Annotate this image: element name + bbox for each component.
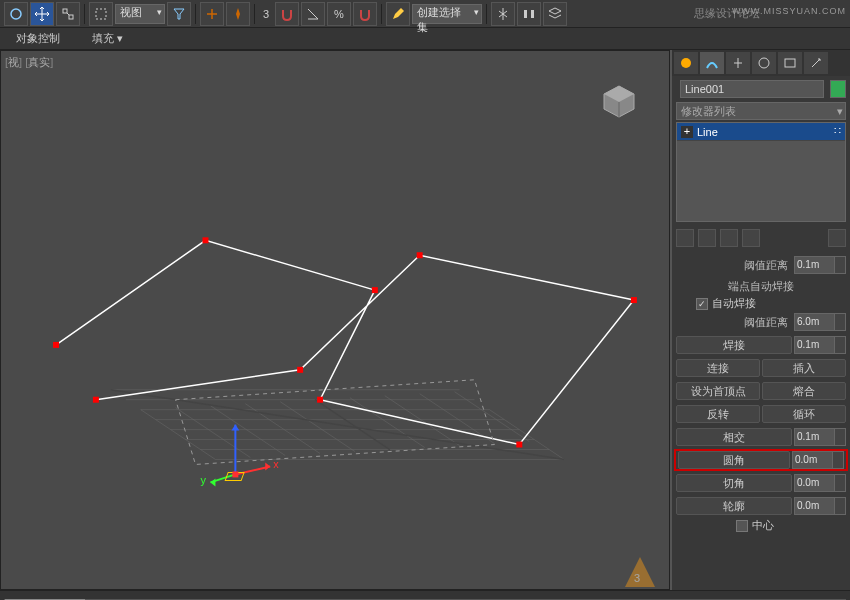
- panel-tabs: [672, 50, 850, 76]
- snap-angle-icon[interactable]: [301, 2, 325, 26]
- tool-nav-icon[interactable]: [226, 2, 250, 26]
- svg-text:3: 3: [634, 572, 640, 584]
- svg-rect-51: [232, 471, 238, 477]
- svg-rect-7: [524, 10, 527, 18]
- threshold-spinner[interactable]: 0.1m: [794, 256, 846, 274]
- svg-point-52: [681, 58, 691, 68]
- url-watermark: WWW.MISSYUAN.COM: [732, 6, 846, 16]
- fillet-spinner[interactable]: 0.0m: [792, 451, 844, 469]
- unique-icon[interactable]: [720, 229, 738, 247]
- svg-rect-39: [417, 252, 423, 258]
- connect-button[interactable]: 连接: [676, 359, 760, 377]
- svg-line-22: [210, 406, 285, 456]
- svg-text:x: x: [273, 458, 279, 470]
- configure-icon[interactable]: [828, 229, 846, 247]
- snap-magnet1-icon[interactable]: [275, 2, 299, 26]
- tool-axis-icon[interactable]: [200, 2, 224, 26]
- svg-rect-8: [531, 10, 534, 18]
- auto-weld-spinner[interactable]: 6.0m: [794, 313, 846, 331]
- svg-line-21: [176, 408, 251, 458]
- scene-content: x y: [1, 51, 669, 589]
- svg-rect-56: [785, 59, 795, 67]
- svg-rect-38: [631, 297, 637, 303]
- logo-icon: 3: [620, 552, 660, 592]
- object-name-field[interactable]: Line001: [680, 80, 824, 98]
- outline-button[interactable]: 轮廓: [676, 497, 792, 515]
- tab-fill[interactable]: 填充 ▾: [84, 29, 131, 48]
- stack-item-line[interactable]: + Line ∷: [677, 123, 845, 141]
- properties-rollout: 阈值距离 0.1m 端点自动焊接 ✓自动焊接 阈值距离 6.0m 焊接 0.1m…: [672, 252, 850, 590]
- svg-rect-41: [93, 397, 99, 403]
- stack-toolbar: [676, 226, 846, 250]
- cross-spinner[interactable]: 0.1m: [794, 428, 846, 446]
- center-label: 中心: [752, 518, 774, 533]
- modifier-stack[interactable]: + Line ∷: [676, 122, 846, 222]
- weld-spinner[interactable]: 0.1m: [794, 336, 846, 354]
- motion-tab-icon[interactable]: [752, 52, 776, 74]
- svg-point-55: [759, 58, 769, 68]
- stack-item-label: Line: [697, 126, 718, 138]
- cycle-button[interactable]: 循环: [762, 405, 846, 423]
- auto-weld-threshold-label: 阈值距离: [676, 315, 792, 330]
- align-icon[interactable]: [517, 2, 541, 26]
- remove-mod-icon[interactable]: [742, 229, 760, 247]
- svg-line-31: [111, 390, 564, 460]
- make-first-button[interactable]: 设为首顶点: [676, 382, 760, 400]
- selection-set-dropdown[interactable]: 创建选择集: [412, 4, 482, 24]
- svg-line-3: [67, 13, 69, 15]
- svg-rect-37: [516, 442, 522, 448]
- center-checkbox[interactable]: 中心: [676, 518, 846, 533]
- fuse-button[interactable]: 熔合: [762, 382, 846, 400]
- outline-spinner[interactable]: 0.0m: [794, 497, 846, 515]
- snap-percent-icon[interactable]: %: [327, 2, 351, 26]
- svg-point-0: [11, 9, 21, 19]
- hierarchy-tab-icon[interactable]: [726, 52, 750, 74]
- svg-rect-2: [69, 15, 73, 19]
- insert-button[interactable]: 插入: [762, 359, 846, 377]
- edit-tool-icon[interactable]: [386, 2, 410, 26]
- tool-move-icon[interactable]: [30, 2, 54, 26]
- modifier-list-dropdown[interactable]: 修改器列表: [676, 102, 846, 120]
- number-3-label: 3: [259, 8, 273, 20]
- svg-text:y: y: [201, 474, 207, 486]
- layers-icon[interactable]: [543, 2, 567, 26]
- tool-undo-icon[interactable]: [4, 2, 28, 26]
- reverse-button[interactable]: 反转: [676, 405, 760, 423]
- svg-line-23: [245, 404, 320, 454]
- mirror-icon[interactable]: [491, 2, 515, 26]
- show-result-icon[interactable]: [698, 229, 716, 247]
- svg-rect-33: [53, 342, 59, 348]
- tool-selection-icon[interactable]: [89, 2, 113, 26]
- tool-filter-icon[interactable]: [167, 2, 191, 26]
- svg-line-42: [235, 466, 270, 474]
- svg-rect-1: [63, 9, 67, 13]
- chamfer-button[interactable]: 切角: [676, 474, 792, 492]
- chamfer-spinner[interactable]: 0.0m: [794, 474, 846, 492]
- svg-rect-40: [297, 367, 303, 373]
- svg-marker-49: [231, 425, 239, 431]
- modify-tab-icon[interactable]: [700, 52, 724, 74]
- utilities-tab-icon[interactable]: [804, 52, 828, 74]
- snap-magnet2-icon[interactable]: [353, 2, 377, 26]
- auto-weld-checkbox[interactable]: ✓自动焊接: [676, 296, 846, 311]
- svg-rect-36: [317, 397, 323, 403]
- object-color-swatch[interactable]: [830, 80, 846, 98]
- fillet-button[interactable]: 圆角: [678, 451, 790, 469]
- tab-object-control[interactable]: 对象控制: [8, 29, 68, 48]
- svg-line-24: [280, 402, 355, 452]
- viewport[interactable]: [视] [真实] x y: [0, 50, 670, 590]
- svg-line-20: [141, 410, 216, 460]
- cross-button[interactable]: 相交: [676, 428, 792, 446]
- create-tab-icon[interactable]: [674, 52, 698, 74]
- svg-marker-46: [210, 478, 215, 486]
- weld-button[interactable]: 焊接: [676, 336, 792, 354]
- tool-link-icon[interactable]: [56, 2, 80, 26]
- svg-rect-4: [96, 9, 106, 19]
- pin-stack-icon[interactable]: [676, 229, 694, 247]
- view-dropdown[interactable]: 视图: [115, 4, 165, 24]
- display-tab-icon[interactable]: [778, 52, 802, 74]
- svg-rect-34: [202, 237, 208, 243]
- threshold-label: 阈值距离: [676, 258, 792, 273]
- svg-marker-5: [236, 8, 240, 20]
- expand-icon[interactable]: +: [681, 126, 693, 138]
